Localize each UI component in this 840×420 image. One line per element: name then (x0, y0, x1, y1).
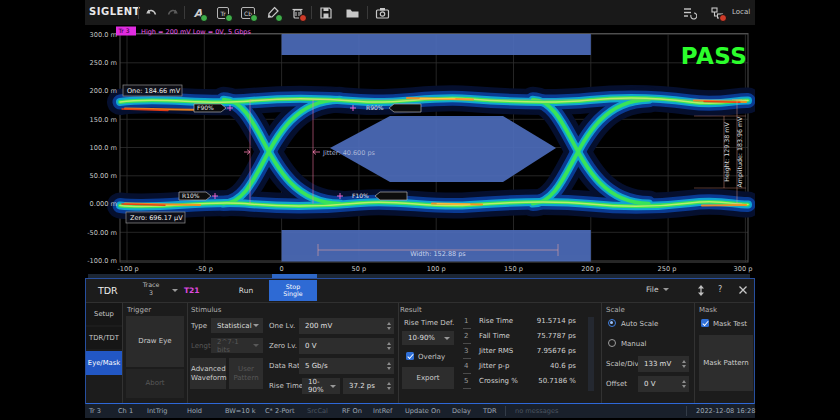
save-button[interactable] (318, 5, 334, 21)
result-rise-def-value: 10-90% (408, 334, 435, 342)
stepper-icon[interactable] (387, 382, 391, 391)
svg-text:-100.0 m: -100.0 m (87, 257, 117, 265)
length-dropdown[interactable]: 2^7-1 bits (211, 338, 263, 353)
help-button[interactable]: ? (718, 285, 722, 294)
run-button[interactable]: Run (226, 280, 266, 301)
auto-scale-radio[interactable] (608, 319, 616, 327)
undo-button[interactable] (143, 5, 159, 21)
abort-button[interactable]: Abort (126, 369, 184, 398)
eye-diagram-plot: F90% R90% R10% F10% One: 184.66 mV Zero:… (85, 25, 755, 278)
connection-mode-label: Local (732, 8, 750, 16)
tab-setup[interactable]: Setup (86, 303, 122, 325)
advanced-waveform-button[interactable]: Advanced Waveform (190, 358, 226, 389)
result-group-label: Result (400, 306, 422, 314)
overlay-checkbox[interactable] (406, 352, 414, 360)
user-pattern-label: User Pattern (232, 365, 260, 383)
screen: SIGLENT A Tr Cb (0, 0, 840, 420)
user-pattern-button[interactable]: User Pattern (229, 358, 263, 389)
panel-header: TDR Trace 3 T21 Run Stop Single File ? (86, 279, 754, 303)
type-label: Type (191, 322, 207, 330)
scale-div-input[interactable]: 133 mV (638, 356, 689, 372)
file-menu-label: File (646, 285, 659, 294)
offset-label: Offset (606, 380, 627, 388)
one-level-input[interactable]: 200 mV (299, 318, 394, 334)
one-level-label: One: 184.66 mV (127, 87, 181, 95)
toolbar: SIGLENT A Tr Cb (85, 0, 755, 25)
annotate-button[interactable]: A (190, 5, 206, 21)
panel-divider (187, 303, 188, 403)
stepper-icon[interactable] (682, 380, 686, 389)
add-trace-button[interactable]: Tr (215, 5, 231, 21)
mask-top-region (282, 34, 591, 55)
manual-scale-radio[interactable] (608, 339, 616, 347)
offset-input[interactable]: 0 V (638, 376, 689, 392)
close-panel-icon[interactable] (738, 285, 748, 295)
data-rate-input[interactable]: 5 Gb/s (299, 358, 394, 374)
stepper-icon[interactable] (387, 362, 391, 371)
tab-tdr-tdt[interactable]: TDR/TDT (86, 327, 122, 349)
svg-text:0: 0 (279, 265, 283, 273)
redo-button[interactable] (165, 5, 181, 21)
f90-tag: F90% (197, 104, 214, 111)
rise-time-def-dropdown[interactable]: 10-90% (302, 378, 340, 394)
add-channel-button[interactable]: Cb (240, 5, 256, 21)
status-separator (505, 406, 506, 416)
tdr-panel: TDR Trace 3 T21 Run Stop Single File ? (85, 278, 755, 405)
type-dropdown[interactable]: Statistical (211, 318, 263, 333)
status-delay: Delay (452, 407, 471, 415)
stepper-icon[interactable] (387, 342, 391, 351)
file-menu[interactable]: File (646, 285, 669, 294)
delete-button[interactable] (289, 5, 305, 21)
trace-settings-label: High = 200 mV Low = 0V, 5 Gbps (141, 28, 251, 36)
connection-button[interactable] (709, 5, 725, 21)
app-logo: SIGLENT (89, 6, 140, 17)
zero-level-value: 0 V (305, 342, 316, 350)
resize-panel-icon[interactable] (696, 284, 706, 297)
table-row: 5 Crossing % 50.7186 % (463, 377, 471, 385)
result-rise-def-dropdown[interactable]: 10-90% (402, 331, 454, 345)
svg-text:200 p: 200 p (581, 265, 600, 273)
tab-eye-mask[interactable]: Eye/Mask (86, 351, 122, 375)
mask-test-pass-label: PASS (681, 43, 748, 69)
mask-test-checkbox[interactable] (701, 319, 709, 327)
add-marker-button[interactable] (265, 5, 281, 21)
draw-eye-label: Draw Eye (138, 337, 172, 346)
stop-label-line2: Single (283, 291, 302, 298)
toolbar-separator (184, 6, 185, 19)
type-value: Statistical (217, 322, 252, 330)
status-trace: Tr 3 (89, 407, 101, 415)
layout-menu-button[interactable] (681, 5, 697, 21)
stepper-icon[interactable] (682, 360, 686, 369)
table-row: 3 Jitter RMS 7.95676 ps (463, 347, 471, 355)
svg-text:100 p: 100 p (427, 265, 446, 273)
abort-label: Abort (145, 379, 164, 388)
trace-selector[interactable]: Trace 3 (134, 281, 168, 297)
height-label: Height: 129.38 mV (723, 122, 731, 182)
scale-group-label: Scale (606, 306, 625, 314)
offset-value: 0 V (644, 380, 655, 388)
export-button[interactable]: Export (402, 367, 454, 389)
result-scrollbar[interactable] (588, 317, 594, 391)
stop-single-button[interactable]: Stop Single (269, 280, 317, 301)
row-index: 1 (463, 317, 471, 329)
chevron-down-icon (253, 324, 259, 327)
chevron-down-icon (253, 344, 259, 347)
status-message: no messages (515, 407, 558, 415)
rise-time-input[interactable]: 37.2 ps (343, 378, 394, 394)
svg-text:-50 p: -50 p (196, 265, 213, 273)
disconnected-badge (719, 14, 727, 22)
status-mode: TDR (483, 407, 497, 415)
panel-divider (398, 303, 399, 403)
zero-level-input[interactable]: 0 V (299, 338, 394, 354)
mask-pattern-button[interactable]: Mask Pattern (699, 335, 753, 391)
status-update: Update On (405, 407, 440, 415)
stepper-icon[interactable] (387, 322, 391, 331)
rise-time-field-label: Rise Time (269, 382, 303, 390)
svg-text:200.0 m: 200.0 m (90, 87, 117, 95)
open-file-button[interactable] (344, 5, 360, 21)
draw-eye-button[interactable]: Draw Eye (126, 316, 184, 367)
f10-tag: F10% (352, 192, 369, 199)
svg-text:300.0 m: 300.0 m (90, 31, 117, 39)
screenshot-button[interactable] (374, 5, 390, 21)
manual-scale-label: Manual (621, 340, 646, 348)
